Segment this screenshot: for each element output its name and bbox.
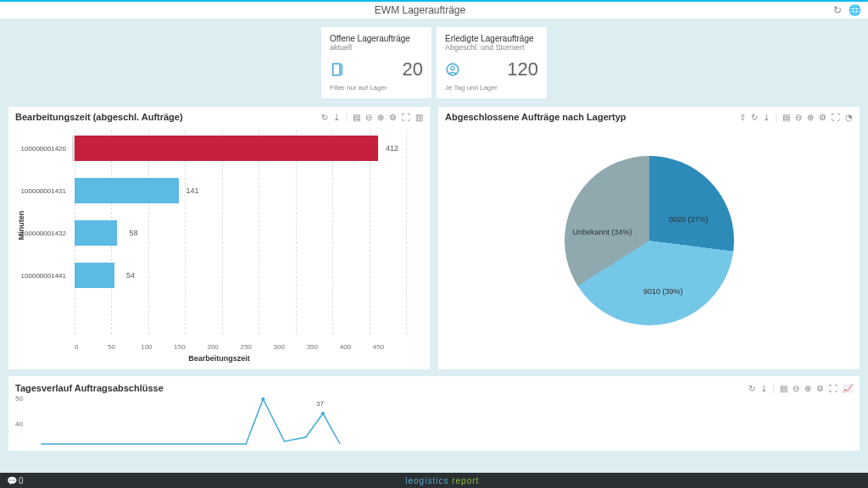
bar-category-label: 100000001432 xyxy=(15,230,66,237)
svg-rect-0 xyxy=(333,64,340,75)
panel-daily-completions: Tagesverlauf Auftragsabschlüsse | 50 40 … xyxy=(8,376,860,451)
bar-row: 100000001420412 xyxy=(75,130,406,166)
bar-row: 100000001431141 xyxy=(75,173,406,208)
bar-category-label: 100000001431 xyxy=(15,187,66,195)
y-tick: 40 xyxy=(15,420,23,428)
bar-category-label: 100000001420 xyxy=(15,145,66,152)
chart-type-icon[interactable] xyxy=(415,113,423,122)
panel-title: Tagesverlauf Auftragsabschlüsse xyxy=(15,383,748,393)
x-tick: 300 xyxy=(274,343,307,351)
y-tick: 50 xyxy=(15,395,23,402)
share-icon[interactable]: ⇪ xyxy=(739,113,746,122)
x-tick: 50 xyxy=(108,343,141,351)
header-toolbar xyxy=(833,4,861,16)
kpi-footer: Je Tag und Lager xyxy=(445,84,538,92)
table-icon[interactable] xyxy=(353,113,360,122)
bar[interactable]: 58 xyxy=(75,220,117,246)
globe-icon[interactable] xyxy=(849,4,861,16)
kpi-footer: Filter nur auf Lager xyxy=(330,84,423,92)
kpi-open-orders[interactable]: Offene Lageraufträge aktuell 20 Filter n… xyxy=(321,27,431,98)
zoom-in-icon[interactable] xyxy=(377,113,384,122)
panel-toolbar: | xyxy=(748,384,853,393)
bar[interactable]: 54 xyxy=(75,263,114,288)
x-tick: 450 xyxy=(373,343,406,351)
x-axis-title: Bearbeitungszeit xyxy=(15,354,423,363)
bar-value-label: 141 xyxy=(186,186,198,195)
svg-point-2 xyxy=(451,66,455,70)
line-chart: 50 40 37 xyxy=(15,395,853,446)
kpi-subtitle: aktuell xyxy=(330,43,423,52)
zoom-out-icon[interactable] xyxy=(365,113,372,122)
panel-title: Abgeschlossene Aufträge nach Lagertyp xyxy=(445,112,739,122)
svg-point-4 xyxy=(321,412,325,415)
refresh-icon[interactable] xyxy=(751,113,758,122)
kpi-value: 20 xyxy=(352,58,423,80)
x-tick: 350 xyxy=(307,343,340,351)
panel-title: Bearbeitungszeit (abgeschl. Aufträge) xyxy=(15,112,321,122)
bar-value-label: 412 xyxy=(386,144,398,152)
refresh-icon[interactable] xyxy=(748,384,755,393)
app-header: EWM Lageraufträge xyxy=(0,0,868,19)
x-tick: 0 xyxy=(75,343,108,351)
brand-logo: leogistics report xyxy=(24,476,861,485)
fullscreen-icon[interactable] xyxy=(402,113,410,122)
x-tick: 400 xyxy=(340,343,373,351)
chart-type-icon[interactable] xyxy=(843,384,853,393)
x-tick: 150 xyxy=(174,343,207,351)
bar-row: 10000000144154 xyxy=(75,258,406,293)
zoom-in-icon[interactable] xyxy=(804,384,811,393)
settings-icon[interactable] xyxy=(389,113,397,122)
zoom-out-icon[interactable] xyxy=(793,384,799,393)
chart-type-icon[interactable] xyxy=(845,113,853,122)
settings-icon[interactable] xyxy=(819,113,826,122)
kpi-row: Offene Lageraufträge aktuell 20 Filter n… xyxy=(0,19,868,107)
pie-chart: 0020 (27%) 9010 (39%) Unbekannt (34%) xyxy=(565,156,734,325)
refresh-icon[interactable] xyxy=(833,4,842,16)
kpi-title: Erledigte Lageraufträge xyxy=(445,34,538,43)
point-label: 37 xyxy=(316,400,324,408)
bar-row: 10000000143258 xyxy=(75,215,406,251)
panel-processing-time: Bearbeitungszeit (abgeschl. Aufträge) | … xyxy=(8,107,430,369)
bar-value-label: 54 xyxy=(126,271,135,280)
zoom-in-icon[interactable] xyxy=(807,113,814,122)
app-footer: 0 leogistics report xyxy=(0,473,868,488)
panel-toolbar: ⇪ | xyxy=(739,113,853,122)
download-icon[interactable] xyxy=(333,113,340,122)
pie-slice-label: 0020 (27%) xyxy=(669,215,709,224)
fullscreen-icon[interactable] xyxy=(832,113,840,122)
x-tick: 250 xyxy=(240,343,273,351)
pie-slice-label: 9010 (39%) xyxy=(643,287,683,296)
refresh-icon[interactable] xyxy=(321,113,328,122)
bar-chart: 1000000014204121000000014311411000000014… xyxy=(75,130,406,334)
x-tick: 200 xyxy=(207,343,240,351)
bar[interactable]: 412 xyxy=(75,136,378,161)
fullscreen-icon[interactable] xyxy=(829,384,837,393)
kpi-title: Offene Lageraufträge xyxy=(330,34,423,43)
table-icon[interactable] xyxy=(782,113,790,122)
x-tick: 100 xyxy=(141,343,174,351)
app-title: EWM Lageraufträge xyxy=(7,4,833,16)
download-icon[interactable] xyxy=(763,113,770,122)
pie-slice-label: Unbekannt (34%) xyxy=(573,228,632,236)
zoom-out-icon[interactable] xyxy=(795,113,802,122)
panel-row: Bearbeitungszeit (abgeschl. Aufträge) | … xyxy=(0,107,868,369)
bar[interactable]: 141 xyxy=(75,178,179,203)
document-icon xyxy=(330,62,345,77)
svg-point-3 xyxy=(261,397,264,401)
table-icon[interactable] xyxy=(780,384,787,393)
download-icon[interactable] xyxy=(760,384,767,393)
bar-value-label: 58 xyxy=(129,229,137,237)
feed-icon[interactable] xyxy=(7,476,17,485)
panel-toolbar: | xyxy=(321,113,423,122)
kpi-closed-orders[interactable]: Erledigte Lageraufträge Abgeschl. und St… xyxy=(437,27,547,98)
kpi-value: 120 xyxy=(467,58,538,80)
panel-storage-type: Abgeschlossene Aufträge nach Lagertyp ⇪ … xyxy=(438,107,860,369)
user-circle-icon xyxy=(445,62,460,77)
bar-category-label: 100000001441 xyxy=(15,272,66,280)
settings-icon[interactable] xyxy=(816,384,824,393)
kpi-subtitle: Abgeschl. und Storniert xyxy=(445,43,538,52)
